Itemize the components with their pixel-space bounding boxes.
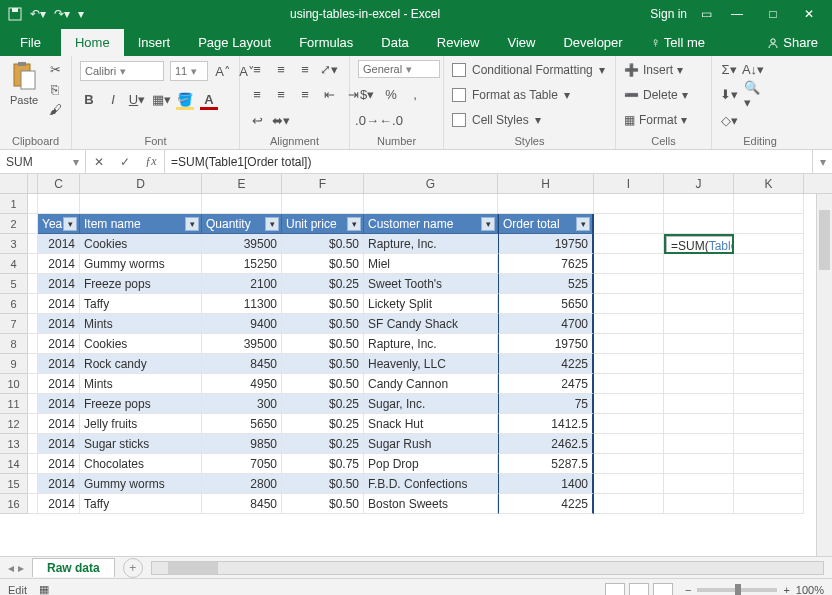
vertical-scrollbar[interactable]	[816, 194, 832, 556]
cell-item[interactable]: Freeze pops	[80, 274, 202, 294]
horizontal-scrollbar[interactable]	[151, 561, 824, 575]
tab-view[interactable]: View	[493, 29, 549, 56]
cell-quantity[interactable]: 11300	[202, 294, 282, 314]
cell-order-total[interactable]: 75	[498, 394, 594, 414]
cell[interactable]	[28, 374, 38, 394]
clear-icon[interactable]: ◇▾	[720, 111, 738, 129]
cell-order-total[interactable]: 5287.5	[498, 454, 594, 474]
maximize-button[interactable]: □	[762, 7, 784, 21]
cell[interactable]	[594, 474, 664, 494]
cell-customer[interactable]: Miel	[364, 254, 498, 274]
cell-unit-price[interactable]: $0.50	[282, 354, 364, 374]
cell-quantity[interactable]: 39500	[202, 234, 282, 254]
tab-page-layout[interactable]: Page Layout	[184, 29, 285, 56]
cell-year[interactable]: 2014	[38, 274, 80, 294]
cell-customer[interactable]: Sweet Tooth's	[364, 274, 498, 294]
cell-order-total[interactable]: 2462.5	[498, 434, 594, 454]
cell-year[interactable]: 2014	[38, 474, 80, 494]
cell-item[interactable]: Gummy worms	[80, 254, 202, 274]
fx-icon[interactable]: ƒx	[138, 154, 164, 169]
cell[interactable]	[28, 394, 38, 414]
cell[interactable]	[28, 494, 38, 514]
cell[interactable]	[28, 254, 38, 274]
cell[interactable]	[594, 314, 664, 334]
row-header[interactable]: 16	[0, 494, 28, 514]
insert-cells-button[interactable]: ➕ Insert ▾	[624, 60, 683, 79]
col-header[interactable]	[28, 174, 38, 193]
cell-item[interactable]: Cookies	[80, 234, 202, 254]
format-as-table-button[interactable]: Format as Table▾	[452, 85, 570, 104]
share-button[interactable]: Share	[753, 29, 832, 56]
align-bottom-icon[interactable]: ≡	[296, 61, 314, 79]
cell[interactable]	[594, 354, 664, 374]
page-layout-view-button[interactable]	[629, 583, 649, 596]
cell-customer[interactable]: Pop Drop	[364, 454, 498, 474]
cell[interactable]	[594, 434, 664, 454]
copy-icon[interactable]: ⎘	[46, 80, 64, 98]
sheet-tab-raw-data[interactable]: Raw data	[32, 558, 115, 577]
row-header[interactable]: 4	[0, 254, 28, 274]
cell-quantity[interactable]: 15250	[202, 254, 282, 274]
cell[interactable]	[664, 274, 734, 294]
table-header-year[interactable]: Year▾	[38, 214, 80, 234]
row-header[interactable]: 7	[0, 314, 28, 334]
cell-unit-price[interactable]: $0.50	[282, 494, 364, 514]
cell[interactable]	[28, 234, 38, 254]
cell-customer[interactable]: Sugar, Inc.	[364, 394, 498, 414]
cell-unit-price[interactable]: $0.50	[282, 254, 364, 274]
ribbon-display-icon[interactable]: ▭	[701, 7, 712, 21]
cell-item[interactable]: Freeze pops	[80, 394, 202, 414]
cell[interactable]	[664, 214, 734, 234]
cell-customer[interactable]: Candy Cannon	[364, 374, 498, 394]
cell-customer[interactable]: Heavenly, LLC	[364, 354, 498, 374]
cell[interactable]	[664, 294, 734, 314]
cell[interactable]	[664, 494, 734, 514]
cell[interactable]	[734, 454, 804, 474]
cell[interactable]	[594, 234, 664, 254]
cell-unit-price[interactable]: $0.50	[282, 294, 364, 314]
cell[interactable]	[594, 454, 664, 474]
cell[interactable]	[364, 194, 498, 214]
col-header[interactable]: K	[734, 174, 804, 193]
expand-formula-bar-icon[interactable]: ▾	[812, 150, 832, 173]
cell-item[interactable]: Taffy	[80, 494, 202, 514]
row-header[interactable]: 6	[0, 294, 28, 314]
align-top-icon[interactable]: ≡	[248, 61, 266, 79]
align-right-icon[interactable]: ≡	[296, 86, 314, 104]
cell[interactable]	[734, 194, 804, 214]
filter-dropdown-icon[interactable]: ▾	[481, 217, 495, 231]
cell-year[interactable]: 2014	[38, 434, 80, 454]
cell-quantity[interactable]: 2100	[202, 274, 282, 294]
cell-year[interactable]: 2014	[38, 414, 80, 434]
row-header[interactable]: 14	[0, 454, 28, 474]
cell[interactable]	[664, 334, 734, 354]
merge-center-icon[interactable]: ⬌▾	[272, 111, 290, 129]
cell-unit-price[interactable]: $0.25	[282, 414, 364, 434]
font-color-button[interactable]: A	[200, 90, 218, 108]
cell[interactable]	[664, 434, 734, 454]
tab-formulas[interactable]: Formulas	[285, 29, 367, 56]
save-icon[interactable]	[8, 7, 22, 21]
cell[interactable]	[734, 274, 804, 294]
border-button[interactable]: ▦▾	[152, 90, 170, 108]
cell[interactable]	[734, 234, 804, 254]
filter-dropdown-icon[interactable]: ▾	[576, 217, 590, 231]
increase-decimal-icon[interactable]: .0→	[358, 111, 376, 129]
cell-item[interactable]: Rock candy	[80, 354, 202, 374]
cell-order-total[interactable]: 19750	[498, 234, 594, 254]
cell-item[interactable]: Jelly fruits	[80, 414, 202, 434]
cell[interactable]	[594, 414, 664, 434]
cell[interactable]	[28, 354, 38, 374]
row-header[interactable]: 3	[0, 234, 28, 254]
cell[interactable]	[202, 194, 282, 214]
tab-home[interactable]: Home	[61, 29, 124, 56]
sheet-nav-next-icon[interactable]: ▸	[18, 561, 24, 575]
cell-unit-price[interactable]: $0.50	[282, 334, 364, 354]
cell[interactable]	[664, 474, 734, 494]
cell-styles-button[interactable]: Cell Styles▾	[452, 111, 541, 130]
zoom-out-button[interactable]: −	[685, 584, 691, 596]
font-name-combo[interactable]: Calibri▾	[80, 61, 164, 81]
cell[interactable]	[28, 334, 38, 354]
cell-customer[interactable]: Snack Hut	[364, 414, 498, 434]
filter-dropdown-icon[interactable]: ▾	[63, 217, 77, 231]
